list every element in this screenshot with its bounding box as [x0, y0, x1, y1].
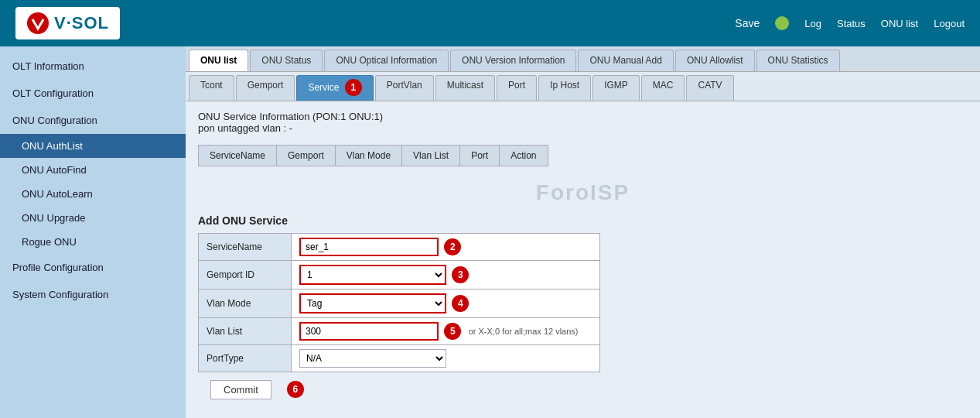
sidebar-item-rogue-onu[interactable]: Rogue ONU: [0, 230, 186, 254]
field-gemport-id: Gemport ID 1 2 3 4 3: [199, 261, 600, 290]
select-cell-vlan-mode: Tag Transparent Trunk 4: [292, 290, 600, 318]
tab-portvlan[interactable]: PortVlan: [375, 75, 434, 101]
col-gemport: Gemport: [277, 146, 336, 166]
badge-5: 5: [444, 323, 461, 340]
logo-area: V·SOL: [15, 7, 120, 39]
form-title: Add ONU Service: [198, 214, 968, 227]
badge-6: 6: [287, 381, 304, 398]
tab-bar-row2: Tcont Gemport Service 1 PortVlan Multica…: [186, 72, 980, 101]
top-header: V·SOL Save Log Status ONU list Logout: [0, 0, 980, 46]
log-link[interactable]: Log: [804, 18, 821, 29]
top-right-nav: Save Log Status ONU list Logout: [735, 16, 965, 30]
tab-onu-manual-add[interactable]: ONU Manual Add: [578, 50, 673, 71]
tab-port[interactable]: Port: [497, 75, 537, 101]
gemport-id-select[interactable]: 1 2 3 4: [299, 265, 446, 285]
info-section: ONU Service Information (PON:1 ONU:1) po…: [186, 101, 980, 139]
vlan-mode-select[interactable]: Tag Transparent Trunk: [299, 293, 446, 314]
tab-catv[interactable]: CATV: [686, 75, 733, 101]
content-area: ONU list ONU Status ONU Optical Informat…: [186, 46, 980, 418]
field-vlan-mode: Vlan Mode Tag Transparent Trunk 4: [199, 290, 600, 318]
vlan-hint: or X-X;0 for all;max 12 vlans): [464, 327, 579, 336]
sidebar-item-onu-config[interactable]: ONU Configuration: [0, 107, 186, 134]
sidebar: OLT Information OLT Configuration ONU Co…: [0, 46, 186, 418]
tab-multicast[interactable]: Multicast: [435, 75, 495, 101]
save-button[interactable]: Save: [735, 17, 760, 29]
tab-bar-row1: ONU list ONU Status ONU Optical Informat…: [186, 46, 980, 72]
logo-text: V·SOL: [54, 13, 109, 33]
col-port: Port: [460, 146, 500, 166]
badge-2: 2: [444, 238, 461, 255]
watermark: ForoISP: [186, 173, 980, 208]
tab-iphost[interactable]: Ip Host: [538, 75, 591, 101]
logout-link[interactable]: Logout: [934, 18, 965, 29]
select-cell-port-type: N/A ETH POTS CATV: [292, 345, 600, 372]
port-type-select[interactable]: N/A ETH POTS CATV: [299, 349, 446, 368]
sidebar-item-onu-upgrade[interactable]: ONU Upgrade: [0, 206, 186, 230]
sidebar-item-onu-autolearn[interactable]: ONU AutoLearn: [0, 182, 186, 206]
tab-gemport[interactable]: Gemport: [236, 75, 295, 101]
tab-service[interactable]: Service 1: [296, 75, 373, 101]
onu-vlan-label: pon untagged vlan : -: [198, 122, 968, 134]
label-gemport-id: Gemport ID: [199, 261, 292, 290]
tab-onu-version[interactable]: ONU Version Information: [450, 50, 576, 71]
label-vlan-mode: Vlan Mode: [199, 290, 292, 318]
tab-onu-optical[interactable]: ONU Optical Information: [324, 50, 449, 71]
main-layout: OLT Information OLT Configuration ONU Co…: [0, 46, 980, 418]
badge-1: 1: [345, 79, 362, 96]
label-service-name: ServiceName: [199, 234, 292, 261]
service-name-input[interactable]: [299, 238, 439, 256]
commit-row: Commit 6: [198, 372, 968, 407]
status-indicator: [775, 16, 789, 30]
form-fields-table: ServiceName 2 Gemport ID 1 2 3 4: [198, 233, 600, 372]
label-vlan-list: Vlan List: [199, 318, 292, 345]
commit-button[interactable]: Commit: [210, 380, 271, 399]
vsol-logo-icon: [26, 12, 50, 35]
col-action: Action: [500, 146, 548, 166]
tab-onu-list[interactable]: ONU list: [189, 50, 248, 71]
col-vlan-mode: Vlan Mode: [335, 146, 401, 166]
tab-onu-allowlist[interactable]: ONU Allowlist: [675, 50, 755, 71]
input-cell-vlan-list: 5 or X-X;0 for all;max 12 vlans): [292, 318, 600, 345]
tab-mac[interactable]: MAC: [641, 75, 685, 101]
sidebar-item-profile-config[interactable]: Profile Configuration: [0, 254, 186, 281]
sidebar-item-system-config[interactable]: System Configuration: [0, 281, 186, 308]
sidebar-item-onu-autofind[interactable]: ONU AutoFind: [0, 158, 186, 182]
badge-4: 4: [452, 295, 469, 312]
vlan-list-input[interactable]: [299, 322, 439, 341]
col-service-name: ServiceName: [199, 146, 277, 166]
field-vlan-list: Vlan List 5 or X-X;0 for all;max 12 vlan…: [199, 318, 600, 345]
tab-igmp[interactable]: IGMP: [592, 75, 640, 101]
field-port-type: PortType N/A ETH POTS CATV: [199, 345, 600, 372]
sidebar-item-onu-authlist[interactable]: ONU AuthList: [0, 134, 186, 158]
onu-info-title: ONU Service Information (PON:1 ONU:1): [198, 111, 968, 122]
tab-tcont[interactable]: Tcont: [189, 75, 234, 101]
field-service-name: ServiceName 2: [199, 234, 600, 261]
add-onu-service-form: Add ONU Service ServiceName 2 Gemport ID…: [198, 214, 968, 407]
service-table: ServiceName Gemport Vlan Mode Vlan List …: [198, 145, 548, 166]
select-cell-gemport: 1 2 3 4 3: [292, 261, 600, 290]
tab-onu-statistics[interactable]: ONU Statistics: [756, 50, 840, 71]
tab-onu-status[interactable]: ONU Status: [250, 50, 323, 71]
badge-3: 3: [452, 266, 469, 283]
input-cell-service-name: 2: [292, 234, 600, 261]
sidebar-item-olt-info[interactable]: OLT Information: [0, 53, 186, 80]
onu-list-link[interactable]: ONU list: [881, 18, 918, 29]
label-port-type: PortType: [199, 345, 292, 372]
col-vlan-list: Vlan List: [402, 146, 460, 166]
status-link[interactable]: Status: [837, 18, 866, 29]
sidebar-item-olt-config[interactable]: OLT Configuration: [0, 80, 186, 107]
